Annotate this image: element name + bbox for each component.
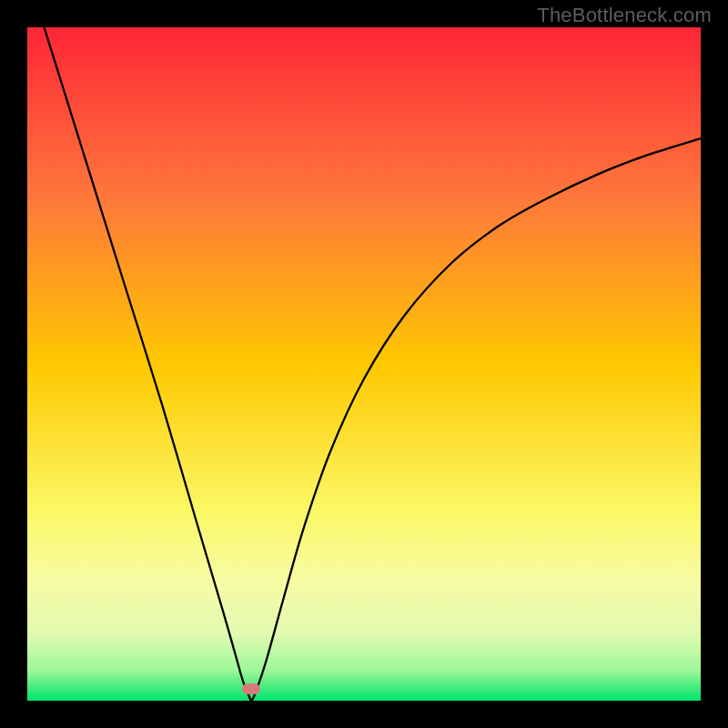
plot-svg bbox=[27, 27, 701, 701]
chart-frame: TheBottleneck.com bbox=[0, 0, 728, 728]
watermark-text: TheBottleneck.com bbox=[537, 4, 712, 27]
plot-area bbox=[27, 27, 701, 701]
minimum-marker bbox=[242, 683, 260, 694]
gradient-background bbox=[27, 27, 701, 701]
